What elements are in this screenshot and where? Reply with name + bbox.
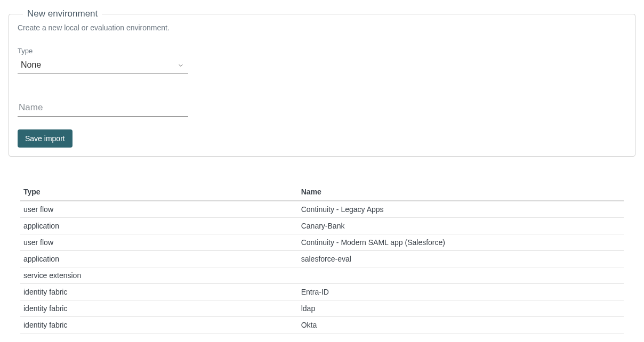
table-cell-type: identity fabric	[20, 300, 298, 317]
table-row: user flowContinuity - Modern SAML app (S…	[20, 234, 624, 251]
type-select[interactable]: None	[18, 57, 188, 74]
table-cell-type: user flow	[20, 234, 298, 251]
table-header-type: Type	[20, 183, 298, 201]
table-row: applicationCanary-Bank	[20, 218, 624, 234]
environments-table-container: Type Name user flowContinuity - Legacy A…	[9, 183, 635, 333]
table-row: applicationsalesforce-eval	[20, 251, 624, 267]
table-cell-name: Continuity - Modern SAML app (Salesforce…	[298, 234, 624, 251]
table-row: service extension	[20, 267, 624, 284]
table-cell-type: application	[20, 218, 298, 234]
new-environment-panel: New environment Create a new local or ev…	[9, 9, 635, 157]
table-row: identity fabricldap	[20, 300, 624, 317]
name-field-wrapper	[18, 99, 188, 117]
table-cell-name: salesforce-eval	[298, 251, 624, 267]
table-cell-name: Entra-ID	[298, 284, 624, 300]
table-cell-name: Canary-Bank	[298, 218, 624, 234]
table-cell-name: Continuity - Legacy Apps	[298, 201, 624, 218]
name-input[interactable]	[18, 99, 188, 117]
table-row: identity fabricOkta	[20, 317, 624, 333]
type-label: Type	[18, 47, 626, 55]
table-cell-type: identity fabric	[20, 284, 298, 300]
table-header-name: Name	[298, 183, 624, 201]
table-cell-type: user flow	[20, 201, 298, 218]
table-cell-type: service extension	[20, 267, 298, 284]
table-row: identity fabricEntra-ID	[20, 284, 624, 300]
table-cell-name	[298, 267, 624, 284]
panel-legend: New environment	[23, 9, 102, 19]
save-import-button[interactable]: Save import	[18, 129, 73, 148]
table-cell-type: identity fabric	[20, 317, 298, 333]
panel-description: Create a new local or evaluation environ…	[18, 23, 626, 32]
table-cell-type: application	[20, 251, 298, 267]
table-row: user flowContinuity - Legacy Apps	[20, 201, 624, 218]
table-cell-name: Okta	[298, 317, 624, 333]
type-select-value[interactable]: None	[18, 57, 188, 74]
table-cell-name: ldap	[298, 300, 624, 317]
environments-table: Type Name user flowContinuity - Legacy A…	[20, 183, 624, 333]
